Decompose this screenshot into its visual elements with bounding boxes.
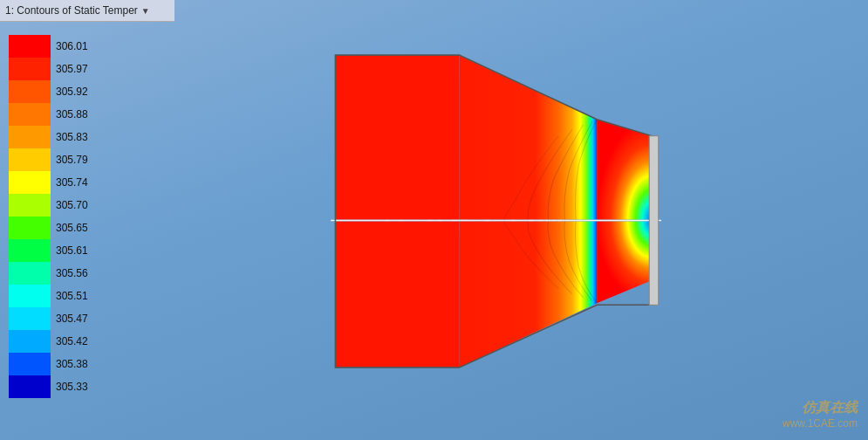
dropdown-arrow-icon: ▼ [141, 6, 150, 16]
visualization-svg [0, 0, 868, 440]
title-bar-text: 1: Contours of Static Temper [5, 4, 138, 17]
svg-rect-4 [649, 136, 659, 306]
title-bar[interactable]: 1: Contours of Static Temper ▼ [0, 0, 174, 22]
main-container: 1: Contours of Static Temper ▼ 306.01305… [0, 0, 868, 440]
